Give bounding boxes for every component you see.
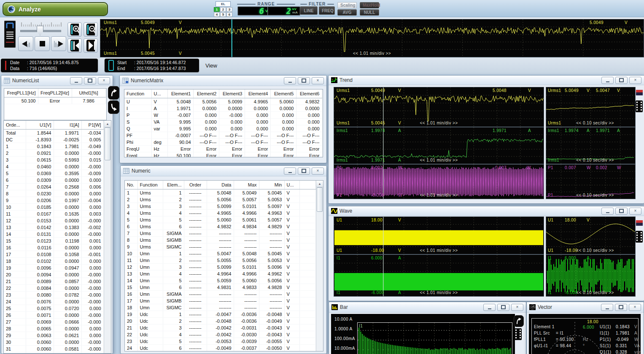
- trend-titlebar[interactable]: Trend ×: [329, 76, 644, 85]
- maximize-button[interactable]: [615, 208, 628, 215]
- minimize-button[interactable]: [601, 304, 613, 311]
- bar-titlebar[interactable]: Bar ×: [329, 302, 526, 313]
- null-button[interactable]: NULL: [360, 9, 379, 16]
- maximize-button[interactable]: [298, 168, 310, 175]
- column-header[interactable]: Min: [259, 181, 284, 189]
- el-cell-5[interactable]: 5: [220, 12, 226, 17]
- column-header[interactable]: Element3: [219, 89, 245, 98]
- avg-button[interactable]: AVG: [337, 9, 357, 16]
- zoom-out-button[interactable]: [84, 22, 98, 37]
- column-header[interactable]: Function: [137, 181, 163, 189]
- vertical-scrollbar[interactable]: ▲: [104, 121, 111, 353]
- minimize-button[interactable]: [284, 168, 296, 175]
- column-header[interactable]: I1[A]: [54, 121, 81, 130]
- minimize-button[interactable]: [601, 77, 614, 84]
- table-cell: Umn: [137, 250, 163, 257]
- column-header[interactable]: Orde...: [4, 121, 26, 130]
- column-header[interactable]: Element5: [270, 89, 296, 98]
- film-strip-icon[interactable]: [636, 100, 643, 112]
- close-button[interactable]: ×: [629, 208, 641, 215]
- column-header[interactable]: Order: [184, 181, 207, 189]
- harmonic-page-up-button[interactable]: [108, 86, 119, 100]
- column-header[interactable]: [299, 181, 315, 189]
- maximize-button[interactable]: [298, 77, 310, 84]
- freq-filter-button[interactable]: FREQ: [319, 6, 335, 15]
- table-cell: 50.100: [4, 97, 38, 104]
- harmonic-page-down-button[interactable]: [108, 100, 119, 114]
- scaling-button[interactable]: Scaling: [337, 2, 357, 8]
- play-forward-button[interactable]: [51, 36, 66, 51]
- stop-button[interactable]: [35, 36, 50, 51]
- el-cell-3[interactable]: 3: [226, 7, 232, 12]
- line-filter-button[interactable]: LINE: [300, 6, 318, 15]
- vector-readout-value: -0.049: [616, 338, 629, 342]
- el-cell-2[interactable]: 2: [220, 7, 226, 12]
- column-header[interactable]: U1[V]: [26, 121, 54, 130]
- scrollbar-thumb[interactable]: [105, 127, 110, 160]
- minimize-button[interactable]: [483, 304, 496, 311]
- el-cell-6[interactable]: 6: [226, 12, 232, 17]
- column-header[interactable]: No.: [125, 181, 137, 189]
- column-header[interactable]: Max: [234, 181, 259, 189]
- zoom-slider-thumb[interactable]: [37, 26, 43, 35]
- numericlist-titlebar[interactable]: NumericList ×: [1, 76, 113, 86]
- table-cell: -0.0042: [207, 331, 234, 338]
- column-header[interactable]: Uthd1[%]: [72, 89, 105, 97]
- wave-titlebar[interactable]: Wave ×: [329, 206, 644, 216]
- zoom-in-button[interactable]: [67, 22, 82, 37]
- table-cell: Umn: [137, 257, 163, 264]
- close-button[interactable]: ×: [511, 304, 523, 311]
- table-cell: 0.0000: [54, 217, 81, 224]
- el-cell-1[interactable]: 1: [214, 7, 220, 12]
- column-header[interactable]: Data: [207, 181, 234, 189]
- jump-to-end-button[interactable]: [84, 38, 98, 53]
- scrollbar-thumb[interactable]: [317, 187, 323, 212]
- analyze-button[interactable]: Analyze: [3, 2, 108, 16]
- film-strip-icon[interactable]: [636, 231, 643, 243]
- maximize-button[interactable]: [84, 77, 96, 84]
- table-cell: Phi: [124, 139, 151, 146]
- vertical-scrollbar[interactable]: ▲: [316, 181, 323, 351]
- jump-to-start-button[interactable]: [67, 38, 82, 53]
- table-cell: SIGMC: [163, 304, 184, 311]
- column-header[interactable]: Element1: [167, 89, 193, 98]
- table-cell: 0.0076: [26, 298, 54, 305]
- vector-titlebar[interactable]: Vector ×: [527, 302, 644, 313]
- minimize-button[interactable]: [601, 208, 614, 215]
- film-strip-icon[interactable]: [515, 328, 522, 340]
- maximize-button[interactable]: [615, 304, 627, 311]
- play-backward-button[interactable]: [18, 36, 33, 51]
- column-header[interactable]: P1[W]: [81, 121, 103, 130]
- column-header[interactable]: Element2: [193, 89, 219, 98]
- close-button[interactable]: ×: [629, 304, 641, 311]
- close-button[interactable]: ×: [312, 168, 324, 175]
- minimize-button[interactable]: [70, 77, 82, 84]
- minimize-button[interactable]: [284, 77, 296, 84]
- column-header[interactable]: U...: [284, 181, 299, 189]
- overview-trend-strip[interactable]: Urms15.0049V5.0049VUrms15.0045V<< 1.01 m…: [100, 19, 644, 57]
- column-header[interactable]: Element6: [296, 89, 322, 98]
- close-button[interactable]: ×: [312, 77, 324, 84]
- table-cell: Urms: [137, 203, 163, 210]
- column-header[interactable]: FreqPLL2[Hz]: [38, 89, 72, 97]
- panel-layout-icon[interactable]: [636, 89, 643, 96]
- bar-page-up-button[interactable]: [514, 315, 524, 327]
- scrollbar-up-arrow[interactable]: ▲: [104, 121, 111, 127]
- maxhold-button[interactable]: MaxHold: [360, 2, 379, 8]
- column-header[interactable]: Function: [124, 89, 151, 98]
- numericmatrix-titlebar[interactable]: NumericMatrix ×: [120, 76, 326, 86]
- column-header[interactable]: FreqPLL1[Hz]: [4, 89, 38, 97]
- maximize-button[interactable]: [615, 77, 628, 84]
- panel-layout-icon[interactable]: [636, 220, 643, 226]
- table-cell: 17: [125, 297, 137, 304]
- column-header[interactable]: U...: [151, 89, 167, 98]
- el-cell-4[interactable]: 4: [214, 12, 220, 17]
- table-row: 14Umn5--------5.00595.00605.0056V: [125, 277, 315, 284]
- maximize-button[interactable]: [497, 304, 509, 311]
- close-button[interactable]: ×: [98, 77, 110, 84]
- scrollbar-up-arrow[interactable]: ▲: [316, 181, 323, 187]
- numeric-titlebar[interactable]: Numeric ×: [121, 166, 326, 176]
- column-header[interactable]: Element4: [245, 89, 270, 98]
- close-button[interactable]: ×: [629, 77, 641, 84]
- column-header[interactable]: Elem...: [163, 181, 184, 189]
